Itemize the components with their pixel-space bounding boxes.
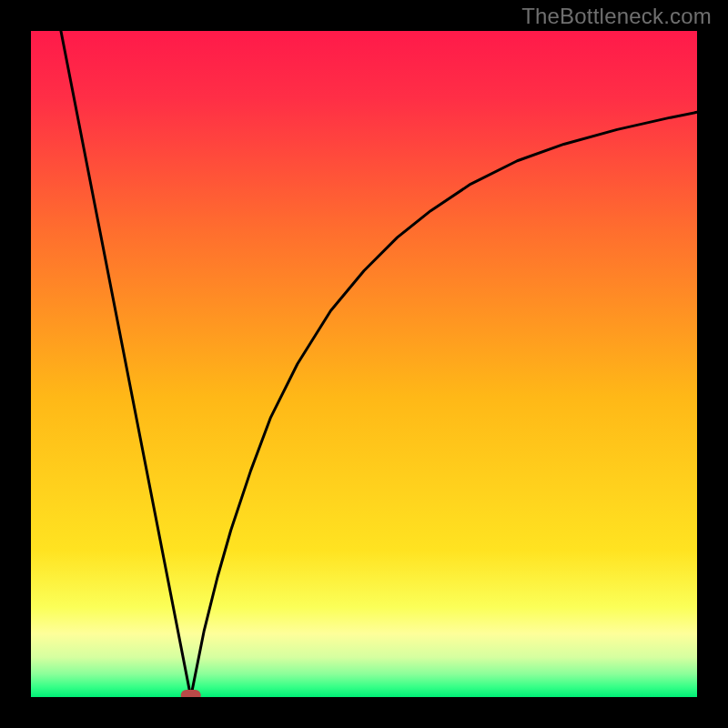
min-marker [181,690,201,697]
attribution-text: TheBottleneck.com [521,4,712,29]
chart-svg [31,31,697,697]
min-marker-pill [181,690,201,697]
gradient-background [31,31,697,697]
chart-frame: TheBottleneck.com [0,0,728,728]
